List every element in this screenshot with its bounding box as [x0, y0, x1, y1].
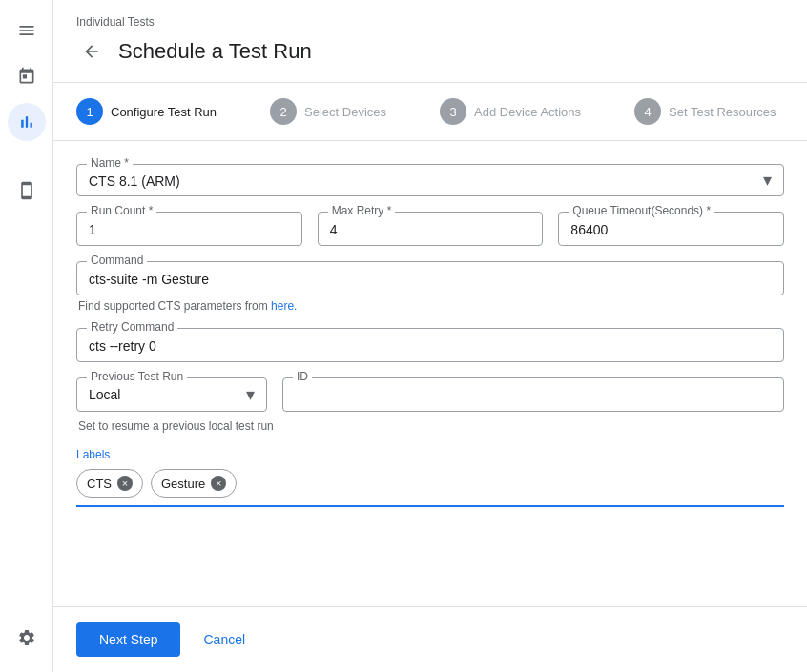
labels-section: Labels CTS × Gesture × — [76, 448, 784, 507]
helper-text: Find supported CTS parameters from here. — [76, 299, 784, 313]
sidebar-item-settings[interactable] — [8, 619, 46, 657]
name-field-group: Name * CTS 8.1 (ARM) ▾ — [76, 164, 784, 196]
name-label: Name * — [87, 156, 133, 170]
label-chip-cts-text: CTS — [87, 477, 112, 491]
sidebar-item-phone[interactable] — [8, 172, 46, 210]
step-1: 1 Configure Test Run — [76, 98, 217, 125]
id-label: ID — [293, 370, 312, 383]
breadcrumb: Individual Tests — [76, 15, 784, 29]
previous-test-run-field-group: Previous Test Run Local ▾ — [76, 377, 267, 412]
labels-container: CTS × Gesture × — [76, 469, 784, 507]
retry-command-input[interactable] — [89, 336, 772, 356]
labels-title: Labels — [76, 448, 784, 461]
sidebar-item-chart[interactable] — [8, 103, 46, 141]
label-chip-cts-remove[interactable]: × — [117, 476, 133, 491]
sidebar-item-list[interactable] — [8, 11, 46, 50]
retry-command-label: Retry Command — [87, 320, 177, 334]
title-row: Schedule a Test Run — [76, 36, 784, 67]
step-3-circle: 3 — [440, 98, 466, 125]
step-2: 2 Select Devices — [270, 98, 386, 125]
run-count-field-group: Run Count * — [76, 212, 302, 246]
step-3: 3 Add Device Actions — [440, 98, 581, 125]
step-1-circle: 1 — [76, 98, 103, 125]
prev-test-run-row: Previous Test Run Local ▾ ID — [76, 377, 784, 412]
stepper: 1 Configure Test Run 2 Select Devices 3 … — [53, 83, 807, 141]
here-link[interactable]: here. — [271, 299, 297, 313]
next-step-button[interactable]: Next Step — [76, 622, 180, 657]
step-2-circle: 2 — [270, 98, 297, 125]
count-retry-timeout-row: Run Count * Max Retry * Queue Timeout(Se… — [76, 212, 784, 261]
label-chip-gesture-remove[interactable]: × — [211, 476, 226, 491]
bottom-bar: Next Step Cancel — [53, 606, 807, 672]
max-retry-field-group: Max Retry * — [318, 212, 544, 246]
header: Individual Tests Schedule a Test Run — [53, 0, 807, 83]
queue-timeout-input[interactable] — [570, 220, 772, 239]
previous-test-run-label: Previous Test Run — [87, 370, 187, 383]
previous-test-run-select[interactable]: Local — [89, 387, 255, 402]
queue-timeout-field-group: Queue Timeout(Seconds) * — [558, 212, 784, 246]
run-count-label: Run Count * — [87, 204, 156, 217]
form-area: Name * CTS 8.1 (ARM) ▾ Run Count * Max R… — [53, 141, 807, 606]
id-field-group: ID — [282, 377, 784, 412]
command-label: Command — [87, 254, 147, 267]
step-1-label: Configure Test Run — [111, 105, 217, 119]
step-4-circle: 4 — [634, 98, 661, 125]
step-4: 4 Set Test Resources — [634, 98, 776, 125]
id-input[interactable] — [295, 386, 772, 405]
label-chip-gesture: Gesture × — [151, 469, 237, 498]
max-retry-input[interactable] — [330, 220, 531, 239]
name-select[interactable]: CTS 8.1 (ARM) — [89, 173, 772, 189]
queue-timeout-label: Queue Timeout(Seconds) * — [569, 204, 714, 217]
step-3-label: Add Device Actions — [474, 105, 581, 119]
back-button[interactable] — [76, 36, 107, 67]
page-title: Schedule a Test Run — [118, 39, 312, 64]
set-info-text: Set to resume a previous local test run — [76, 419, 784, 433]
label-chip-gesture-text: Gesture — [161, 477, 205, 491]
step-connector-1 — [224, 112, 262, 112]
sidebar — [0, 0, 53, 672]
label-chip-cts: CTS × — [76, 469, 143, 498]
main-content: Individual Tests Schedule a Test Run 1 C… — [53, 0, 807, 672]
step-connector-3 — [589, 112, 627, 112]
step-4-label: Set Test Resources — [669, 105, 776, 119]
sidebar-item-calendar[interactable] — [8, 57, 46, 95]
step-connector-2 — [394, 112, 432, 112]
cancel-button[interactable]: Cancel — [196, 622, 253, 657]
max-retry-label: Max Retry * — [328, 204, 396, 217]
command-input[interactable] — [89, 270, 772, 289]
step-2-label: Select Devices — [304, 105, 386, 119]
retry-command-field-group: Retry Command — [76, 328, 784, 362]
command-field-group: Command — [76, 261, 784, 295]
run-count-input[interactable] — [89, 220, 290, 239]
